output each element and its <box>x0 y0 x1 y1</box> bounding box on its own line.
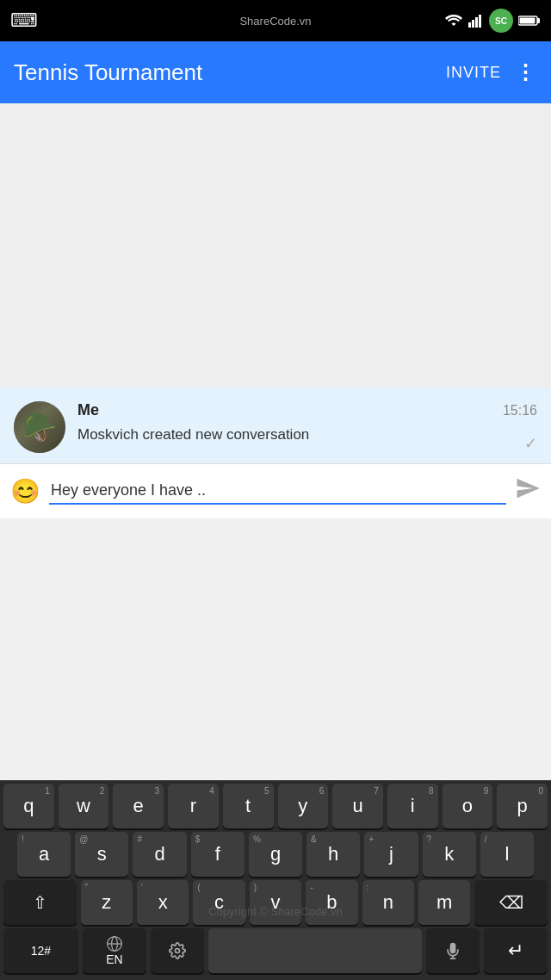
key-x[interactable]: 'x <box>137 880 189 925</box>
sender-name: Me <box>77 401 99 419</box>
backspace-key[interactable]: ⌫ <box>474 880 548 925</box>
more-options-button[interactable]: ⋮ <box>515 60 537 84</box>
key-v[interactable]: )v <box>250 880 301 925</box>
message-input[interactable] <box>49 478 506 505</box>
num-hash-key[interactable]: 12# <box>3 928 78 973</box>
signal-icon <box>468 14 484 28</box>
message-content: Me 15:16 Moskvich created new conversati… <box>77 401 537 445</box>
key-u[interactable]: 7u <box>332 784 383 828</box>
lang-key[interactable]: EN <box>83 928 146 973</box>
status-bar-left: ⌨ <box>10 9 38 32</box>
svg-rect-1 <box>472 20 474 28</box>
svg-rect-3 <box>479 15 481 28</box>
invite-button[interactable]: INVITE <box>446 64 501 82</box>
key-s[interactable]: @s <box>75 832 128 877</box>
watermark: ShareCode.vn <box>239 15 311 28</box>
key-p[interactable]: 0p <box>497 784 548 828</box>
key-j[interactable]: +j <box>364 832 418 877</box>
message-item: Me 15:16 Moskvich created new conversati… <box>0 388 551 463</box>
key-r[interactable]: 4r <box>168 784 219 828</box>
key-g[interactable]: %g <box>249 832 302 877</box>
emoji-button[interactable]: 😊 <box>10 477 40 506</box>
status-bar-right: SC <box>444 9 541 33</box>
sharecode-logo: SC <box>489 9 513 33</box>
key-o[interactable]: 9o <box>443 784 493 828</box>
svg-point-10 <box>176 949 180 953</box>
keyboard-row-2: !a @s #d $f %g &h +j ?k /l <box>0 828 551 877</box>
svg-rect-2 <box>475 17 478 28</box>
key-f[interactable]: $f <box>191 832 245 877</box>
shift-key[interactable]: ⇧ <box>3 880 77 925</box>
avatar-image <box>14 401 65 453</box>
key-i[interactable]: 8i <box>387 784 438 828</box>
keyboard-row-1: 1q 2w 3e 4r 5t 6y 7u 8i 9o 0p <box>0 780 551 828</box>
battery-icon <box>518 15 541 27</box>
svg-rect-5 <box>537 18 540 23</box>
key-b[interactable]: -b <box>306 880 357 925</box>
status-bar: ⌨ ShareCode.vn SC <box>0 0 551 41</box>
key-c[interactable]: (c <box>193 880 245 925</box>
svg-rect-0 <box>468 22 471 28</box>
key-e[interactable]: 3e <box>113 784 164 828</box>
enter-key[interactable]: ↵ <box>484 928 548 973</box>
globe-icon <box>106 935 123 952</box>
settings-key[interactable] <box>151 928 204 973</box>
keyboard-row-3: ⇧ "z 'x (c )v -b :n m ⌫ <box>0 877 551 925</box>
key-q[interactable]: 1q <box>3 784 54 828</box>
key-k[interactable]: ?k <box>423 832 476 877</box>
keyboard-row-bottom: 12# EN ↵ <box>0 925 551 980</box>
wifi-icon <box>444 14 463 28</box>
key-h[interactable]: &h <box>306 832 360 877</box>
keyboard: 1q 2w 3e 4r 5t 6y 7u 8i 9o 0p !a @s #d $… <box>0 780 551 980</box>
keyboard-status-icon: ⌨ <box>10 9 38 32</box>
key-y[interactable]: 6y <box>278 784 329 828</box>
mic-icon <box>444 942 461 959</box>
mic-key[interactable] <box>426 928 480 973</box>
key-t[interactable]: 5t <box>223 784 274 828</box>
key-z[interactable]: "z <box>81 880 133 925</box>
chat-area <box>0 103 551 388</box>
key-n[interactable]: :n <box>362 880 414 925</box>
send-icon <box>515 475 541 501</box>
svg-rect-6 <box>520 18 536 24</box>
key-d[interactable]: #d <box>133 832 186 877</box>
read-check-icon: ✓ <box>524 434 537 453</box>
send-button[interactable] <box>515 475 541 507</box>
key-w[interactable]: 2w <box>59 784 109 828</box>
key-l[interactable]: /l <box>480 832 534 877</box>
app-title: Tennis Tournament <box>14 59 446 86</box>
avatar <box>14 401 65 453</box>
key-a[interactable]: !a <box>17 832 71 877</box>
message-header: Me 15:16 <box>77 401 537 419</box>
gear-icon <box>169 942 186 959</box>
message-time: 15:16 <box>503 403 537 419</box>
app-bar: Tennis Tournament INVITE ⋮ <box>0 41 551 103</box>
message-text: Moskvich created new conversation <box>77 425 537 445</box>
key-m[interactable]: m <box>418 880 470 925</box>
space-key[interactable] <box>208 928 422 973</box>
input-bar: 😊 <box>0 463 551 518</box>
